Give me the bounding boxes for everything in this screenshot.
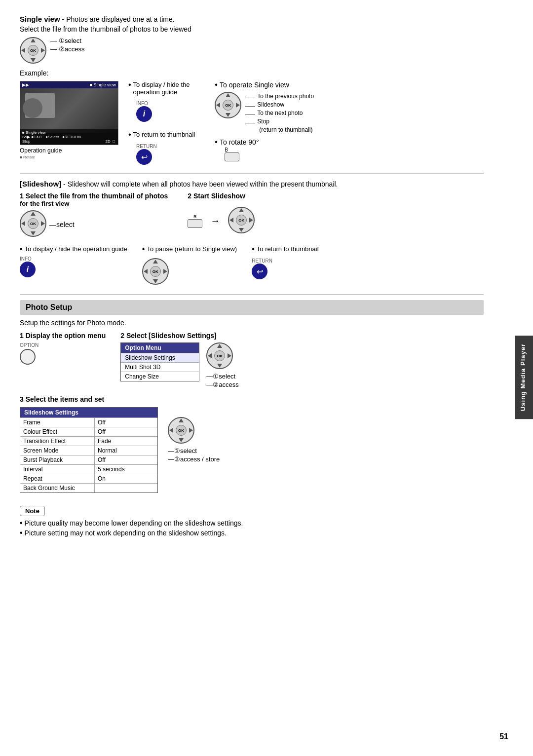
ss-table-row-4: Burst Playback Off [20, 455, 157, 464]
access-label: —②access [50, 45, 84, 53]
return-button[interactable]: ↩ [136, 149, 152, 165]
option-menu-table: Option Menu Slideshow Settings Multi Sho… [120, 342, 199, 381]
slideshow-note-col1: • To display / hide the operation guide … [20, 245, 127, 277]
bullet-display-hide: • To display / hide the operation guide [128, 81, 195, 96]
ok-nav-button-option[interactable]: OK [206, 342, 238, 371]
ss-table-row-2: Transition Effect Fade [20, 436, 157, 446]
ok-nav-button-ss[interactable]: OK [168, 417, 220, 445]
nav-description-labels: To the previous photo Slideshow To the n… [245, 93, 314, 133]
example-right-middle: • To display / hide the operation guide … [128, 81, 195, 165]
image-2d-label: 2D □ [105, 139, 115, 144]
b-button[interactable] [225, 152, 239, 161]
slideshow-section: [Slideshow] - Slideshow will complete wh… [20, 180, 484, 286]
photo-setup-step3: 3 Select the items and set Slideshow Set… [20, 395, 484, 493]
ok-nav-button-start[interactable]: OK [228, 207, 255, 235]
single-view-section: Single view - Photos are displayed one a… [20, 15, 484, 165]
bullet-operate-single: • To operate Single view [215, 81, 484, 89]
note-bullet-0: • Picture quality may become lower depen… [20, 519, 484, 527]
slideshow-settings-table: Slideshow Settings Frame Off Colour Effe… [20, 407, 158, 493]
slideshow-note-col3: • To return to thumbnail RETURN ↩ [252, 245, 318, 279]
section-divider-1 [20, 173, 484, 174]
example-image-container: ▶▶■ Single view ■ Single view IV/▶ ●EXIT… [20, 81, 118, 159]
sidebar-tab: Using Media Player [515, 336, 533, 419]
b-label: B [225, 147, 484, 152]
single-view-subtitle: Select the file from the thumbnail of ph… [20, 25, 484, 33]
image-bottom: ■ Single view IV/▶ ●EXIT ●Select ●RETURN… [20, 129, 118, 145]
bullet-return-thumbnail: • To return to thumbnail [128, 131, 195, 139]
ss-table-row-0: Frame Off [20, 417, 157, 427]
ok-nav-button-large[interactable]: OK [20, 37, 46, 65]
ss-select-store-wrap: —①select —②access / store [168, 447, 220, 463]
single-view-controls: OK —①select —②access [20, 37, 484, 65]
info-button[interactable]: i [136, 106, 152, 122]
select-label: —①select [50, 37, 84, 44]
option-menu-row-0[interactable]: Slideshow Settings [121, 353, 199, 362]
slideshow-notes-row: • To display / hide the operation guide … [20, 245, 484, 286]
example-image: ▶▶■ Single view ■ Single view IV/▶ ●EXIT… [20, 81, 118, 145]
slideshow-step2: 2 Start Slideshow R → [188, 192, 255, 238]
photo-setup-subtitle: Setup the settings for Photo mode. [20, 319, 484, 327]
r-button[interactable] [188, 219, 202, 228]
return-button-slideshow[interactable]: ↩ [252, 264, 267, 279]
image-top-bar: ▶▶■ Single view [20, 81, 118, 88]
operation-guide-label: Operation guide [20, 147, 118, 154]
right-nav-description: • To operate Single view OK [215, 81, 484, 163]
note-section: Note • Picture quality may become lower … [20, 501, 484, 537]
option-menu-row-2[interactable]: Change Size [121, 372, 199, 381]
note-bullet-1: • Picture setting may not work depending… [20, 529, 484, 537]
photo-setup-step2: 2 Select [Slideshow Settings] Option Men… [120, 332, 238, 388]
ss-table-header: Slideshow Settings [20, 408, 157, 417]
example-row: ▶▶■ Single view ■ Single view IV/▶ ●EXIT… [20, 81, 484, 165]
slideshow-info-label: INFO [20, 256, 36, 262]
photo-setup-section: Photo Setup Setup the settings for Photo… [20, 300, 484, 537]
photo-setup-steps-12: 1 Display the option menu OPTION 2 Selec… [20, 332, 484, 388]
note-label: Note [20, 506, 45, 516]
photo-setup-header: Photo Setup [20, 300, 484, 315]
slideshow-step1: 1 Select the file from the thumbnail of … [20, 192, 168, 238]
select-access-wrap: —①select —②access [206, 373, 238, 388]
ss-table-row-7: Back Ground Music [20, 483, 157, 492]
ss-table-row-1: Colour Effect Off [20, 427, 157, 436]
photo-setup-step1: 1 Display the option menu OPTION [20, 332, 106, 365]
page-content: Single view - Photos are displayed one a… [0, 0, 503, 552]
option-menu-header: Option Menu [121, 343, 199, 353]
slideshow-return-label: RETURN [252, 258, 272, 264]
info-button-slideshow[interactable]: i [20, 262, 36, 277]
bullet-rotate: • To rotate 90° [215, 138, 484, 146]
ss-table-row-3: Screen Mode Normal [20, 446, 157, 455]
return-label: RETURN [136, 144, 195, 149]
option-label: OPTION [20, 342, 38, 348]
ok-nav-button-right[interactable]: OK [215, 92, 241, 120]
single-view-title: Single view - Photos are displayed one a… [20, 15, 484, 23]
ok-nav-button-slideshow[interactable]: OK [20, 210, 46, 238]
section-divider-2 [20, 294, 484, 295]
select-access-labels: —①select —②access [50, 37, 84, 53]
slideshow-title: [Slideshow] - Slideshow will complete wh… [20, 180, 484, 188]
ok-nav-button-pause[interactable]: OK [142, 258, 169, 286]
info-label: INFO [136, 101, 195, 106]
page-number: 51 [499, 732, 508, 741]
arrow-right: → [210, 215, 220, 227]
image-content [20, 88, 118, 133]
ss-table-row-6: Repeat On [20, 474, 157, 483]
option-menu-row-1[interactable]: Multi Shot 3D [121, 362, 199, 372]
example-label: Example: [20, 69, 484, 77]
rotate-label: ■ Rotate [20, 155, 118, 159]
ss-table-row-5: Interval 5 seconds [20, 464, 157, 474]
option-button[interactable] [20, 349, 36, 365]
slideshow-note-col2: • To pause (return to Single view) OK [142, 245, 237, 286]
slideshow-steps-row: 1 Select the file from the thumbnail of … [20, 192, 484, 238]
